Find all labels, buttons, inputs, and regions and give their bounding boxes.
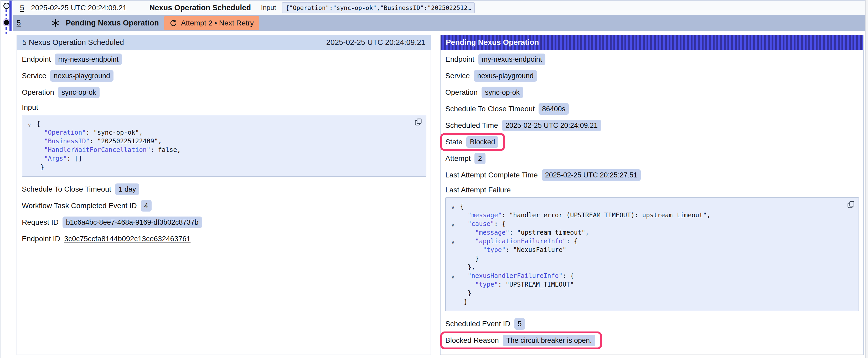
field-last-attempt-complete-time: Last Attempt Complete Time2025-02-25 UTC… <box>445 169 859 181</box>
field-label: Last Attempt Complete Time <box>445 171 538 179</box>
field-value: The circuit breaker is open. <box>503 335 595 346</box>
code-line: } <box>451 298 853 306</box>
copy-icon[interactable] <box>414 118 423 127</box>
code-text: "message": "handler error (UPSTREAM_TIME… <box>460 211 711 220</box>
scrollbar-track[interactable] <box>865 0 868 358</box>
last-attempt-failure-label: Last Attempt Failure <box>445 186 859 194</box>
field-endpoint: Endpointmy-nexus-endpoint <box>22 54 426 65</box>
field-workflow-task-completed-event-id: Workflow Task Completed Event ID4 <box>22 200 426 211</box>
event-input-preview-chip: {"Operation":"sync-op-ok","BusinessID":"… <box>282 2 475 13</box>
event-id-link[interactable]: 5 <box>17 19 21 27</box>
timeline-node-open-icon[interactable] <box>3 3 10 9</box>
field-state: StateBlocked <box>445 136 498 148</box>
code-text: "BusinessID": "20250225122409", <box>36 137 162 146</box>
field-label: Request ID <box>22 218 59 227</box>
code-text: } <box>36 163 44 172</box>
code-line: } <box>451 289 853 298</box>
field-scheduled-time: Scheduled Time2025-02-25 UTC 20:24:09.21 <box>445 120 859 131</box>
pending-panel-header: Pending Nexus Operation <box>440 35 863 50</box>
code-line: "HandlerWaitForCancellation": false, <box>28 146 421 154</box>
field-label: State <box>445 138 462 146</box>
field-value: nexus-playground <box>474 70 537 82</box>
field-label: Scheduled Event ID <box>445 320 510 328</box>
code-text: "type": "NexusFailure" <box>460 246 566 254</box>
field-label: Attempt <box>445 154 470 163</box>
field-label: Operation <box>445 88 477 97</box>
field-value[interactable]: 3c0c75ccfa8144b092c13ce632463761 <box>64 235 190 243</box>
collapse-chevron-icon[interactable]: ∨ <box>451 272 460 281</box>
code-line: "Operation": "sync-op-ok", <box>28 128 421 137</box>
input-section-label: Input <box>22 103 426 111</box>
event-title: Pending Nexus Operation <box>66 19 159 27</box>
event-detail-panel-scheduled: 5 Nexus Operation Scheduled 2025-02-25 U… <box>17 35 431 355</box>
field-label: Schedule To Close Timeout <box>445 105 535 113</box>
collapse-chevron-icon[interactable]: ∨ <box>451 203 460 212</box>
code-line: }, <box>451 263 853 272</box>
collapse-chevron-icon[interactable]: ∨ <box>451 221 460 229</box>
field-endpoint: Endpointmy-nexus-endpoint <box>445 54 859 65</box>
code-text: } <box>460 298 468 306</box>
copy-icon[interactable] <box>846 200 856 209</box>
code-text: "applicationFailureInfo": { <box>460 237 578 246</box>
field-label: Endpoint <box>22 55 51 64</box>
pending-fields-top: Endpointmy-nexus-endpointServicenexus-pl… <box>445 54 859 181</box>
code-text: "cause": { <box>460 220 505 228</box>
panel-title: Pending Nexus Operation <box>446 38 539 47</box>
field-label: Service <box>445 72 470 80</box>
field-service: Servicenexus-playground <box>22 70 426 82</box>
field-operation: Operationsync-op-ok <box>22 87 426 98</box>
code-text: "type": "UPSTREAM_TIMEOUT" <box>460 280 574 289</box>
code-line: ∨{ <box>28 120 421 128</box>
code-text: { <box>460 202 464 211</box>
field-endpoint-id: Endpoint ID3c0c75ccfa8144b092c13ce632463… <box>22 233 426 245</box>
panel-timestamp: 2025-02-25 UTC 20:24:09.21 <box>326 38 425 47</box>
event-row-nexus-operation-scheduled[interactable]: 5 2025-02-25 UTC 20:24:09.21 Nexus Opera… <box>13 1 865 15</box>
collapse-chevron-icon[interactable]: ∨ <box>28 121 36 129</box>
field-schedule-to-close-timeout: Schedule To Close Timeout86400s <box>445 103 859 115</box>
code-text: } <box>460 254 479 263</box>
field-label: Scheduled Time <box>445 121 498 130</box>
failure-json-viewer: ∨{ "message": "handler error (UPSTREAM_T… <box>445 197 859 311</box>
timeline-selection-bar <box>9 1 11 31</box>
event-input-label: Input <box>261 4 276 12</box>
field-value: 5 <box>515 318 525 330</box>
field-value: 4 <box>141 200 152 211</box>
field-service: Servicenexus-playground <box>445 70 859 82</box>
field-label: Operation <box>22 88 54 97</box>
field-operation: Operationsync-op-ok <box>445 87 859 98</box>
event-title: Nexus Operation Scheduled <box>149 3 251 12</box>
timeline-node-current-icon[interactable] <box>4 20 9 25</box>
blocked-reason-highlight: Blocked ReasonThe circuit breaker is ope… <box>440 331 602 349</box>
event-row-pending-nexus-operation[interactable]: 5 Pending Nexus Operation Attempt 2 • Ne… <box>13 15 865 31</box>
field-label: Service <box>22 72 46 80</box>
event-id-link[interactable]: 5 <box>20 3 24 12</box>
field-value: sync-op-ok <box>482 87 523 98</box>
code-line: "message": "handler error (UPSTREAM_TIME… <box>451 211 853 220</box>
field-label: Blocked Reason <box>445 336 499 345</box>
field-blocked-reason: Blocked ReasonThe circuit breaker is ope… <box>445 335 595 346</box>
code-line: "BusinessID": "20250225122409", <box>28 137 421 146</box>
scheduled-fields-top: Endpointmy-nexus-endpointServicenexus-pl… <box>22 54 426 98</box>
nexus-operation-asterisk-icon <box>51 19 60 28</box>
field-value: b1c6a4bc-8ee7-468a-9169-df3b02c8737b <box>63 217 202 228</box>
field-scheduled-event-id: Scheduled Event ID5 <box>445 318 859 330</box>
field-value: nexus-playground <box>50 70 114 82</box>
code-line: ∨{ <box>451 202 853 211</box>
field-request-id: Request IDb1c6a4bc-8ee7-468a-9169-df3b02… <box>22 217 426 228</box>
retry-attempt-badge: Attempt 2 • Next Retry <box>164 16 259 30</box>
code-line: } <box>28 163 421 172</box>
code-line: ∨ "applicationFailureInfo": { <box>451 237 853 246</box>
code-text: "Operation": "sync-op-ok", <box>36 128 143 137</box>
code-line: "type": "UPSTREAM_TIMEOUT" <box>451 280 853 289</box>
code-text: "nexusHandlerFailureInfo": { <box>460 272 574 280</box>
pending-fields-bottom: Scheduled Event ID5Blocked ReasonThe cir… <box>445 318 859 351</box>
field-value: 2025-02-25 UTC 20:24:09.21 <box>502 120 601 131</box>
field-label: Workflow Task Completed Event ID <box>22 202 137 210</box>
code-line: "type": "NexusFailure" <box>451 246 853 254</box>
field-label: Endpoint <box>445 55 474 64</box>
field-value: sync-op-ok <box>58 87 99 98</box>
scheduled-fields-bottom: Schedule To Close Timeout1 dayWorkflow T… <box>22 184 426 245</box>
field-schedule-to-close-timeout: Schedule To Close Timeout1 day <box>22 184 426 195</box>
field-value: my-nexus-endpoint <box>478 54 546 65</box>
collapse-chevron-icon[interactable]: ∨ <box>451 238 460 247</box>
